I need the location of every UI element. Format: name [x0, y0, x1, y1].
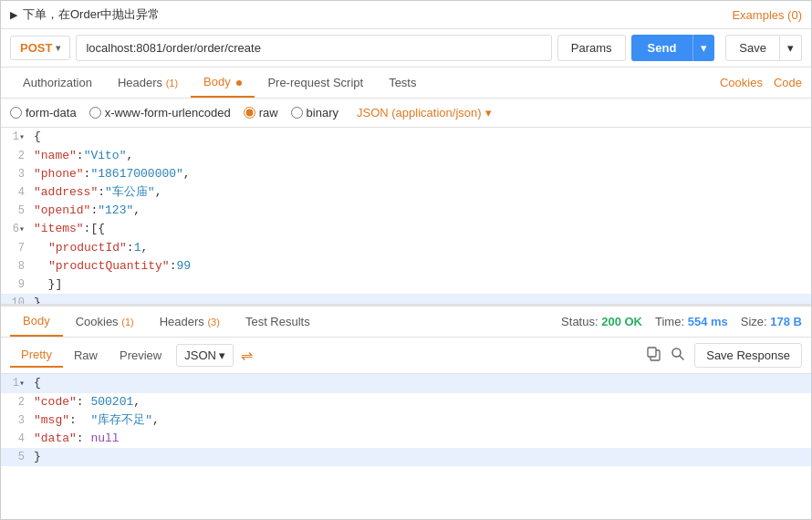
response-tab-headers[interactable]: Headers (3) [147, 307, 233, 336]
response-tab-body[interactable]: Body [10, 307, 63, 337]
svg-line-3 [680, 356, 683, 359]
params-button[interactable]: Params [557, 35, 626, 61]
title-area: ▶ 下单，在Order中抛出异常 [10, 6, 160, 23]
format-bar-right: Save Response [647, 343, 802, 368]
code-line-5: 5 "openid":"123", [1, 202, 811, 220]
examples-link[interactable]: Examples (0) [732, 8, 802, 22]
size-label: Size: 178 B [741, 315, 802, 328]
request-tab-bar: Authorization Headers (1) Body Pre-reque… [1, 68, 811, 99]
send-dropdown-button[interactable]: ▾ [692, 35, 714, 61]
top-bar: ▶ 下单，在Order中抛出异常 Examples (0) [1, 1, 811, 29]
tab-body[interactable]: Body [191, 68, 255, 98]
json-type-select[interactable]: JSON (application/json) ▾ [357, 106, 492, 120]
format-raw-button[interactable]: Raw [63, 344, 109, 367]
body-dot [236, 80, 242, 86]
save-dropdown-button[interactable]: ▾ [780, 35, 802, 61]
json-select-chevron-icon: ▾ [219, 348, 225, 362]
code-line-7: 7 "productId":1, [1, 239, 811, 257]
code-line-6: 6▾ "items":[{ [1, 220, 811, 239]
response-code-line-2: 2 "code": 500201, [1, 393, 811, 411]
code-link[interactable]: Code [774, 76, 802, 89]
size-value: 178 B [770, 315, 802, 328]
response-tab-bar: Body Cookies (1) Headers (3) Test Result… [1, 306, 811, 338]
url-input[interactable] [76, 35, 551, 61]
time-value: 554 ms [688, 315, 728, 328]
status-value: 200 OK [601, 315, 642, 328]
method-chevron-icon: ▾ [56, 43, 60, 53]
tab-bar-right: Cookies Code [720, 76, 802, 89]
response-section: Body Cookies (1) Headers (3) Test Result… [1, 306, 811, 484]
send-group: Send ▾ [631, 35, 715, 61]
raw-option[interactable]: raw [244, 106, 278, 120]
tab-headers[interactable]: Headers (1) [105, 68, 191, 97]
body-options-bar: form-data x-www-form-urlencoded raw bina… [1, 99, 811, 128]
save-button[interactable]: Save [725, 35, 780, 61]
code-line-9: 9 }] [1, 276, 811, 294]
json-type-chevron-icon: ▾ [485, 106, 492, 120]
format-pretty-button[interactable]: Pretty [10, 343, 63, 368]
response-code-line-3: 3 "msg": "库存不足", [1, 411, 811, 430]
form-data-option[interactable]: form-data [10, 106, 77, 120]
status-label: Status: 200 OK [561, 315, 642, 328]
response-code-line-4: 4 "data": null [1, 430, 811, 448]
response-tab-test-results[interactable]: Test Results [233, 307, 323, 336]
code-line-8: 8 "productQuantity":99 [1, 257, 811, 276]
response-code-line-5: 5 } [1, 448, 811, 466]
page-title: 下单，在Order中抛出异常 [23, 6, 160, 23]
response-code-editor[interactable]: 1▾ { 2 "code": 500201, 3 "msg": "库存不足", … [1, 374, 811, 484]
request-code-editor[interactable]: 1▾ { 2 "name":"Vito", 3 "phone":"1861700… [1, 128, 811, 306]
code-line-10: 10 } [1, 294, 811, 306]
tab-authorization[interactable]: Authorization [10, 68, 105, 97]
tab-pre-request-script[interactable]: Pre-request Script [255, 68, 376, 97]
code-line-3: 3 "phone":"18617000000", [1, 165, 811, 183]
tab-tests[interactable]: Tests [376, 68, 429, 97]
copy-button[interactable] [647, 347, 661, 364]
response-format-bar: Pretty Raw Preview JSON ▾ ⇌ Save Respo [1, 338, 811, 374]
method-label: POST [20, 41, 52, 55]
response-code-line-1: 1▾ { [1, 374, 811, 393]
code-line-4: 4 "address":"车公庙", [1, 183, 811, 202]
save-response-button[interactable]: Save Response [694, 343, 802, 368]
time-label: Time: 554 ms [655, 315, 728, 328]
code-line-2: 2 "name":"Vito", [1, 147, 811, 165]
save-group: Save ▾ [725, 35, 802, 61]
response-status: Status: 200 OK Time: 554 ms Size: 178 B [561, 315, 802, 328]
response-tab-cookies[interactable]: Cookies (1) [63, 307, 147, 336]
search-button[interactable] [671, 347, 685, 364]
code-line-1: 1▾ { [1, 128, 811, 147]
json-format-select[interactable]: JSON ▾ [176, 344, 234, 367]
format-align-icon[interactable]: ⇌ [241, 347, 253, 364]
cookies-link[interactable]: Cookies [720, 76, 763, 89]
send-button[interactable]: Send [631, 35, 693, 61]
binary-option[interactable]: binary [291, 106, 338, 120]
format-preview-button[interactable]: Preview [109, 344, 172, 367]
urlencoded-option[interactable]: x-www-form-urlencoded [89, 106, 231, 120]
svg-rect-1 [648, 348, 656, 357]
request-bar: POST ▾ Params Send ▾ Save ▾ [1, 29, 811, 68]
method-select[interactable]: POST ▾ [10, 36, 70, 60]
expand-icon[interactable]: ▶ [10, 9, 17, 21]
